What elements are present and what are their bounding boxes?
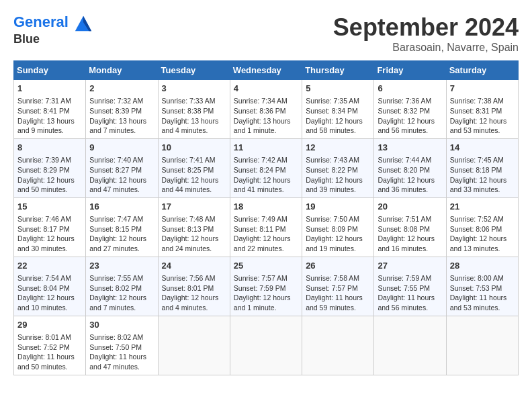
day-number: 4 (234, 83, 298, 95)
day-info: Sunrise: 7:38 AM Sunset: 8:31 PM Dayligh… (450, 96, 515, 136)
location-title: Barasoain, Navarre, Spain (333, 42, 519, 54)
day-info: Sunrise: 7:31 AM Sunset: 8:41 PM Dayligh… (17, 96, 82, 136)
day-number: 14 (450, 142, 515, 154)
day-info: Sunrise: 7:55 AM Sunset: 8:02 PM Dayligh… (89, 273, 154, 313)
day-number: 16 (89, 201, 154, 213)
calendar-cell: 14Sunrise: 7:45 AM Sunset: 8:18 PM Dayli… (446, 138, 518, 197)
day-info: Sunrise: 7:36 AM Sunset: 8:32 PM Dayligh… (378, 96, 442, 136)
day-number: 12 (306, 142, 370, 154)
day-number: 27 (378, 260, 442, 272)
day-info: Sunrise: 7:34 AM Sunset: 8:36 PM Dayligh… (234, 96, 298, 136)
day-number: 6 (378, 83, 442, 95)
day-info: Sunrise: 7:42 AM Sunset: 8:24 PM Dayligh… (234, 155, 298, 195)
day-number: 15 (17, 201, 82, 213)
day-info: Sunrise: 8:02 AM Sunset: 7:50 PM Dayligh… (89, 332, 154, 372)
calendar-cell: 8Sunrise: 7:39 AM Sunset: 8:29 PM Daylig… (14, 138, 86, 197)
day-info: Sunrise: 8:01 AM Sunset: 7:52 PM Dayligh… (17, 332, 82, 372)
day-number: 21 (450, 201, 515, 213)
title-block: September 2024 Barasoain, Navarre, Spain (333, 13, 519, 54)
day-info: Sunrise: 7:32 AM Sunset: 8:39 PM Dayligh… (89, 96, 154, 136)
day-info: Sunrise: 7:33 AM Sunset: 8:38 PM Dayligh… (162, 96, 226, 136)
calendar-cell: 24Sunrise: 7:56 AM Sunset: 8:01 PM Dayli… (158, 257, 230, 316)
calendar-header-row: SundayMondayTuesdayWednesdayThursdayFrid… (14, 61, 519, 80)
calendar-cell: 12Sunrise: 7:43 AM Sunset: 8:22 PM Dayli… (302, 138, 374, 197)
day-number: 13 (378, 142, 442, 154)
calendar-week-5: 29Sunrise: 8:01 AM Sunset: 7:52 PM Dayli… (14, 316, 519, 375)
calendar-cell: 4Sunrise: 7:34 AM Sunset: 8:36 PM Daylig… (230, 80, 302, 139)
day-number: 7 (450, 83, 515, 95)
calendar-cell: 3Sunrise: 7:33 AM Sunset: 8:38 PM Daylig… (158, 80, 230, 139)
calendar-cell: 18Sunrise: 7:49 AM Sunset: 8:11 PM Dayli… (230, 197, 302, 257)
day-number: 3 (162, 83, 226, 95)
calendar-cell: 19Sunrise: 7:50 AM Sunset: 8:09 PM Dayli… (302, 197, 374, 257)
day-info: Sunrise: 7:44 AM Sunset: 8:20 PM Dayligh… (378, 155, 442, 195)
day-info: Sunrise: 7:40 AM Sunset: 8:27 PM Dayligh… (89, 155, 154, 195)
day-number: 22 (17, 260, 82, 272)
calendar-cell: 28Sunrise: 8:00 AM Sunset: 7:53 PM Dayli… (446, 257, 518, 316)
day-number: 28 (450, 260, 515, 272)
day-number: 2 (89, 83, 154, 95)
calendar-week-1: 1Sunrise: 7:31 AM Sunset: 8:41 PM Daylig… (14, 80, 519, 139)
day-info: Sunrise: 7:39 AM Sunset: 8:29 PM Dayligh… (17, 155, 82, 195)
day-info: Sunrise: 7:57 AM Sunset: 7:59 PM Dayligh… (234, 273, 298, 313)
day-number: 17 (162, 201, 226, 213)
logo-text: General (13, 13, 93, 32)
day-info: Sunrise: 7:54 AM Sunset: 8:04 PM Dayligh… (17, 273, 82, 313)
calendar-cell: 26Sunrise: 7:58 AM Sunset: 7:57 PM Dayli… (302, 257, 374, 316)
calendar-cell (302, 316, 374, 375)
calendar-week-3: 15Sunrise: 7:46 AM Sunset: 8:17 PM Dayli… (14, 197, 519, 257)
day-number: 30 (89, 319, 154, 331)
calendar-cell: 25Sunrise: 7:57 AM Sunset: 7:59 PM Dayli… (230, 257, 302, 316)
month-title: September 2024 (333, 13, 519, 42)
calendar-cell: 17Sunrise: 7:48 AM Sunset: 8:13 PM Dayli… (158, 197, 230, 257)
day-info: Sunrise: 7:52 AM Sunset: 8:06 PM Dayligh… (450, 214, 515, 254)
day-info: Sunrise: 7:35 AM Sunset: 8:34 PM Dayligh… (306, 96, 370, 136)
calendar-cell: 13Sunrise: 7:44 AM Sunset: 8:20 PM Dayli… (374, 138, 446, 197)
calendar-cell: 9Sunrise: 7:40 AM Sunset: 8:27 PM Daylig… (86, 138, 158, 197)
page-header: General Blue September 2024 Barasoain, N… (13, 13, 519, 54)
day-number: 25 (234, 260, 298, 272)
day-info: Sunrise: 7:47 AM Sunset: 8:15 PM Dayligh… (89, 214, 154, 254)
day-number: 26 (306, 260, 370, 272)
calendar-cell: 15Sunrise: 7:46 AM Sunset: 8:17 PM Dayli… (14, 197, 86, 257)
calendar-cell: 10Sunrise: 7:41 AM Sunset: 8:25 PM Dayli… (158, 138, 230, 197)
weekday-header-monday: Monday (86, 61, 158, 80)
day-number: 20 (378, 201, 442, 213)
day-info: Sunrise: 7:49 AM Sunset: 8:11 PM Dayligh… (234, 214, 298, 254)
day-number: 9 (89, 142, 154, 154)
calendar-cell: 16Sunrise: 7:47 AM Sunset: 8:15 PM Dayli… (86, 197, 158, 257)
calendar-cell: 2Sunrise: 7:32 AM Sunset: 8:39 PM Daylig… (86, 80, 158, 139)
calendar-cell: 23Sunrise: 7:55 AM Sunset: 8:02 PM Dayli… (86, 257, 158, 316)
day-info: Sunrise: 7:56 AM Sunset: 8:01 PM Dayligh… (162, 273, 226, 313)
day-info: Sunrise: 7:58 AM Sunset: 7:57 PM Dayligh… (306, 273, 370, 313)
weekday-header-wednesday: Wednesday (230, 61, 302, 80)
day-info: Sunrise: 7:51 AM Sunset: 8:08 PM Dayligh… (378, 214, 442, 254)
calendar-week-2: 8Sunrise: 7:39 AM Sunset: 8:29 PM Daylig… (14, 138, 519, 197)
calendar-cell: 11Sunrise: 7:42 AM Sunset: 8:24 PM Dayli… (230, 138, 302, 197)
weekday-header-tuesday: Tuesday (158, 61, 230, 80)
logo-text2: Blue (13, 32, 93, 47)
day-info: Sunrise: 7:50 AM Sunset: 8:09 PM Dayligh… (306, 214, 370, 254)
day-number: 1 (17, 83, 82, 95)
day-info: Sunrise: 7:41 AM Sunset: 8:25 PM Dayligh… (162, 155, 226, 195)
calendar-cell (446, 316, 518, 375)
weekday-header-sunday: Sunday (14, 61, 86, 80)
day-number: 29 (17, 319, 82, 331)
calendar-cell (230, 316, 302, 375)
day-number: 11 (234, 142, 298, 154)
calendar-cell: 7Sunrise: 7:38 AM Sunset: 8:31 PM Daylig… (446, 80, 518, 139)
calendar-cell: 6Sunrise: 7:36 AM Sunset: 8:32 PM Daylig… (374, 80, 446, 139)
calendar-cell: 27Sunrise: 7:59 AM Sunset: 7:55 PM Dayli… (374, 257, 446, 316)
day-info: Sunrise: 7:59 AM Sunset: 7:55 PM Dayligh… (378, 273, 442, 313)
calendar-cell: 20Sunrise: 7:51 AM Sunset: 8:08 PM Dayli… (374, 197, 446, 257)
calendar-cell: 30Sunrise: 8:02 AM Sunset: 7:50 PM Dayli… (86, 316, 158, 375)
day-number: 24 (162, 260, 226, 272)
weekday-header-saturday: Saturday (446, 61, 518, 80)
day-info: Sunrise: 8:00 AM Sunset: 7:53 PM Dayligh… (450, 273, 515, 313)
day-info: Sunrise: 7:48 AM Sunset: 8:13 PM Dayligh… (162, 214, 226, 254)
calendar-cell: 1Sunrise: 7:31 AM Sunset: 8:41 PM Daylig… (14, 80, 86, 139)
logo: General Blue (13, 13, 93, 47)
calendar-week-4: 22Sunrise: 7:54 AM Sunset: 8:04 PM Dayli… (14, 257, 519, 316)
weekday-header-thursday: Thursday (302, 61, 374, 80)
day-number: 10 (162, 142, 226, 154)
